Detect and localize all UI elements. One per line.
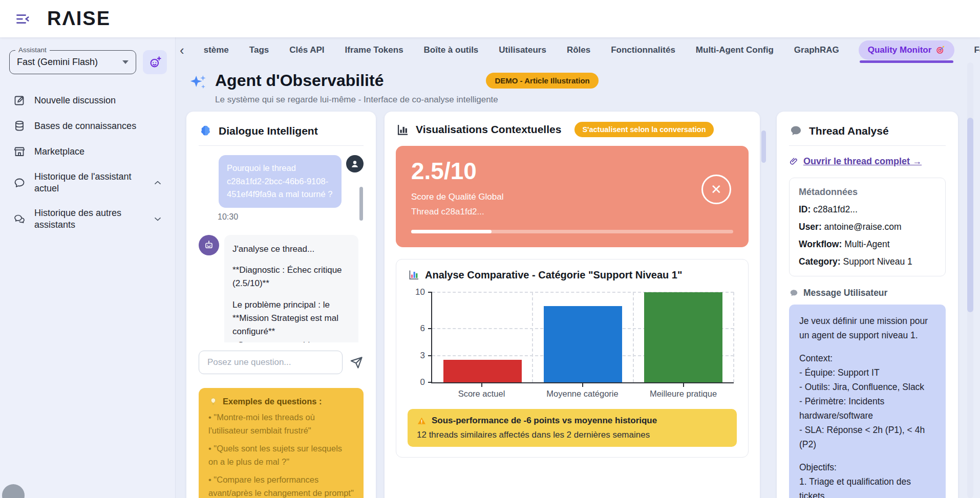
tab[interactable]: stème (203, 41, 230, 59)
assistant-message-line: - System prompt vide (232, 339, 350, 342)
chart-bar-slot (532, 292, 633, 382)
assistant-message-line (232, 256, 350, 264)
middle-scrollbar[interactable] (761, 131, 766, 163)
y-axis-tick-label: 0 (420, 377, 425, 387)
x-axis-tick-mark (683, 383, 684, 387)
sidebar-item-label: Bases de connaissances (34, 120, 136, 132)
y-axis-tick-label: 6 (420, 323, 425, 334)
sidebar-collapse-icon[interactable] (13, 10, 32, 28)
bar-chart-icon (396, 123, 410, 137)
lightbulb-icon (208, 397, 218, 406)
assistant-message-line (232, 291, 350, 298)
sidebar: Assistant Fast (Gemini Flash) Nouvelle d… (0, 37, 176, 498)
page-header: Agent d'Observabilité DEMO - Article Ill… (186, 71, 980, 105)
tab[interactable]: Multi-Agent Config (695, 41, 775, 59)
chart-bar (644, 292, 722, 382)
page-title: Agent d'Observabilité (215, 71, 384, 90)
tab-label: Boîte à outils (424, 45, 479, 55)
sidebar-item[interactable]: Nouvelle discussion (9, 88, 167, 113)
sidebar-item-label: Marketplace (34, 146, 84, 158)
tab[interactable]: Utilisateurs (498, 41, 547, 59)
storefront-icon (13, 145, 26, 158)
user-message-line: Context: (799, 351, 935, 365)
tab[interactable]: Quality Monitor (859, 40, 955, 60)
metadata-row: ID: c28a1fd2... (799, 204, 936, 215)
tab[interactable]: Clés API (288, 41, 325, 59)
user-message-line: 1. Triage et qualification des tickets (799, 474, 935, 498)
live-update-badge: S'actualisent selon la conversation (574, 122, 713, 137)
sidebar-item[interactable]: Historique de l'assistant actuel (9, 164, 167, 201)
user-message-line: Je veux définir une mission pour un agen… (799, 314, 935, 342)
chart-bar-slot (633, 292, 734, 382)
colored-bar-chart-icon (408, 269, 420, 281)
tab-label: GraphRAG (794, 45, 839, 55)
user-message-section-title: Message Utilisateur (803, 288, 887, 298)
sidebar-item[interactable]: Historique des autres assistants (9, 201, 167, 237)
chevron-down-icon (153, 214, 163, 224)
example-question[interactable]: • "Montre-moi les threads où l'utilisate… (208, 410, 354, 438)
y-axis-tick-mark (428, 292, 432, 293)
tab-label: Rôles (567, 45, 590, 55)
quality-score-label: Score de Qualité Global (411, 192, 733, 202)
thread-panel: Thread Analysé Ouvrir le thread complet … (777, 112, 958, 498)
sidebar-item[interactable]: Marketplace (9, 139, 167, 164)
tab[interactable]: Tags (248, 41, 270, 59)
tab[interactable]: Feedbacks (973, 41, 980, 59)
tab[interactable]: Boîte à outils (423, 41, 480, 59)
visualizations-panel: Visualisations Contextuelles S'actualise… (385, 112, 760, 498)
tab[interactable]: GraphRAG (793, 41, 840, 59)
tab-label: Tags (249, 45, 269, 55)
y-axis-tick-label: 10 (415, 287, 425, 297)
user-message-line: - Périmètre: Incidents hardware/software (799, 394, 935, 423)
tab-label: Feedbacks (974, 45, 980, 55)
user-message-content: Je veux définir une mission pour un agen… (789, 305, 946, 498)
chart-bar (544, 306, 622, 383)
example-question[interactable]: • "Quels sont les sujets sur lesquels on… (208, 442, 354, 469)
tab[interactable]: Rôles (566, 41, 591, 59)
chats-icon (13, 213, 26, 225)
assistant-select-label: Assistant (15, 46, 50, 54)
chevron-up-icon (153, 178, 163, 188)
metadata-row: User: antoine@raise.com (799, 222, 936, 232)
tab[interactable]: Iframe Tokens (344, 41, 404, 59)
messages-scrollbar[interactable] (359, 187, 363, 221)
metadata-title: Métadonnées (799, 187, 936, 198)
send-icon[interactable] (350, 356, 364, 370)
chat-bubble-icon (789, 124, 803, 138)
tab-strip: ‹ stèmeTagsClés APIIframe TokensBoîte à … (176, 37, 980, 62)
open-thread-link[interactable]: Ouvrir le thread complet → (789, 156, 946, 167)
sidebar-item-label: Historique des autres assistants (34, 207, 144, 230)
close-icon[interactable]: ✕ (701, 175, 731, 204)
target-icon (935, 45, 945, 55)
user-message-line: - Outils: Jira, Confluence, Slack (799, 380, 935, 394)
metadata-row: Workflow: Multi-Agent (799, 239, 936, 250)
assistant-avatar (199, 235, 219, 255)
user-message-line: - SLA: Réponse < 2h (P1), < 4h (P2) (799, 423, 935, 451)
sidebar-item-label: Historique de l'assistant actuel (34, 171, 144, 194)
assistant-message-line: Le problème principal : le **Mission Str… (232, 298, 350, 339)
add-assistant-button[interactable] (143, 50, 167, 74)
sidebar-item[interactable]: Bases de connaissances (9, 113, 167, 139)
speech-balloon-icon (789, 288, 799, 298)
x-axis-tick-mark (582, 383, 583, 387)
right-scrollbar[interactable] (967, 118, 973, 312)
assistant-message-line: **Diagnostic : Échec critique (2.5/10)** (232, 264, 350, 291)
tabs-scroll-left-icon[interactable]: ‹ (180, 44, 184, 57)
chevron-down-icon (122, 60, 129, 64)
tab-label: Multi-Agent Config (696, 45, 774, 55)
chat-icon (13, 177, 26, 189)
chart-bars (432, 292, 734, 382)
visualizations-panel-title: Visualisations Contextuelles (416, 123, 561, 136)
warning-title: Sous-performance de -6 points vs moyenne… (432, 416, 657, 426)
question-input[interactable] (199, 351, 343, 374)
y-axis-tick-mark (428, 355, 432, 356)
tab[interactable]: Fonctionnalités (610, 41, 676, 59)
top-bar: RΛISE (0, 0, 980, 37)
metadata-card: Métadonnées ID: c28a1fd2...User: antoine… (789, 178, 946, 276)
tab-label: Clés API (289, 45, 324, 55)
message-list: Pourquoi le thread c28a1fd2-2bcc-46b6-91… (199, 155, 364, 342)
sparkles-icon (186, 71, 208, 105)
assistant-select[interactable]: Assistant Fast (Gemini Flash) (9, 50, 136, 74)
examples-title: Exemples de questions : (223, 397, 322, 406)
example-question[interactable]: • "Compare les performances avant/après … (208, 473, 354, 498)
